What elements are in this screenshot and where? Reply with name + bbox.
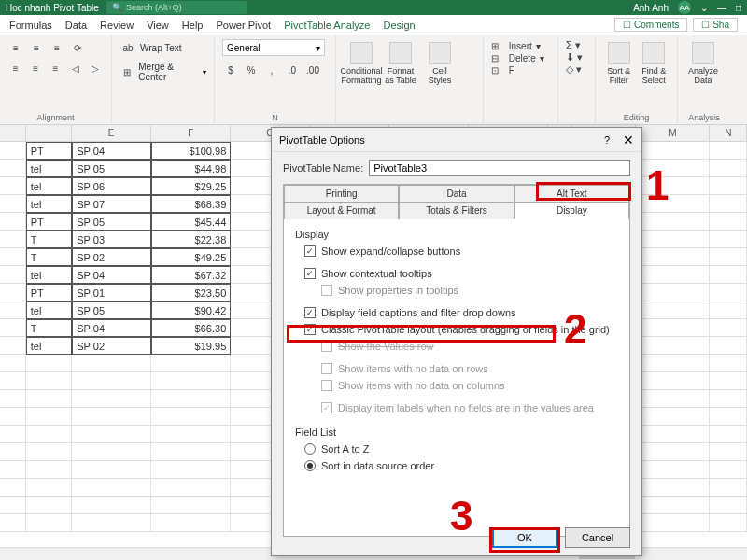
tab-pivottable-analyze[interactable]: PivotTable Analyze bbox=[284, 20, 370, 31]
cell[interactable]: SP 05 bbox=[72, 213, 151, 231]
chk-classic[interactable]: ✓ bbox=[304, 324, 316, 335]
cell[interactable] bbox=[636, 284, 710, 301]
cell[interactable] bbox=[0, 231, 26, 248]
analyze-data-button[interactable]: Analyze Data bbox=[685, 39, 721, 88]
cell[interactable] bbox=[26, 408, 72, 426]
cell[interactable] bbox=[0, 443, 26, 461]
cell[interactable] bbox=[0, 426, 26, 443]
cell[interactable]: SP 02 bbox=[72, 248, 151, 266]
cell[interactable] bbox=[0, 266, 26, 284]
cell[interactable] bbox=[710, 160, 747, 177]
cell[interactable] bbox=[151, 372, 231, 390]
cell[interactable] bbox=[151, 426, 231, 443]
cell[interactable] bbox=[0, 284, 26, 301]
decrease-decimal-icon[interactable]: .00 bbox=[304, 62, 321, 78]
cell[interactable] bbox=[636, 408, 710, 426]
insert-icon[interactable]: ⊞ bbox=[491, 41, 499, 51]
delete-icon[interactable]: ⊟ bbox=[491, 53, 499, 63]
cell[interactable] bbox=[636, 142, 710, 160]
cell[interactable]: $22.38 bbox=[151, 231, 231, 248]
cell[interactable]: tel bbox=[26, 195, 72, 213]
find-select-button[interactable]: Find & Select bbox=[639, 39, 670, 88]
column-header[interactable] bbox=[26, 125, 72, 142]
cell[interactable] bbox=[0, 337, 26, 355]
maximize-icon[interactable]: □ bbox=[736, 3, 741, 13]
cell[interactable] bbox=[710, 248, 747, 266]
cell[interactable] bbox=[710, 479, 747, 497]
indent-inc-icon[interactable]: ▷ bbox=[88, 60, 104, 77]
cell[interactable]: PT bbox=[26, 284, 72, 301]
cell-styles-button[interactable]: Cell Styles bbox=[422, 39, 458, 88]
help-icon[interactable]: ? bbox=[604, 134, 610, 146]
align-top-icon[interactable]: ≡ bbox=[7, 39, 24, 56]
merge-icon[interactable]: ⊞ bbox=[120, 63, 134, 80]
tab-formulas[interactable]: Formulas bbox=[9, 20, 52, 31]
cell[interactable] bbox=[710, 266, 747, 284]
cell[interactable] bbox=[26, 514, 72, 532]
cell[interactable]: $44.98 bbox=[151, 160, 231, 177]
align-bot-icon[interactable]: ≡ bbox=[49, 39, 65, 56]
cell[interactable] bbox=[26, 372, 72, 390]
dtab-totals[interactable]: Totals & Filters bbox=[399, 202, 514, 219]
cell[interactable]: $67.32 bbox=[151, 266, 231, 284]
percent-icon[interactable]: % bbox=[243, 62, 260, 78]
cell[interactable] bbox=[710, 408, 747, 426]
cell[interactable]: SP 01 bbox=[72, 284, 151, 301]
close-icon[interactable]: ✕ bbox=[623, 133, 634, 147]
cell[interactable] bbox=[151, 408, 231, 426]
search-input[interactable]: 🔍 Search (Alt+Q) bbox=[106, 1, 247, 14]
dtab-layout[interactable]: Layout & Format bbox=[284, 202, 399, 219]
cell[interactable] bbox=[636, 479, 710, 497]
cell[interactable] bbox=[0, 142, 26, 160]
chk-captions[interactable]: ✓ bbox=[304, 307, 316, 318]
dtab-printing[interactable]: Printing bbox=[284, 185, 399, 202]
cell[interactable]: tel bbox=[26, 337, 72, 355]
increase-decimal-icon[interactable]: .0 bbox=[284, 62, 301, 78]
cell[interactable]: SP 03 bbox=[72, 231, 151, 248]
cell[interactable] bbox=[151, 390, 231, 408]
cell[interactable]: SP 04 bbox=[72, 142, 151, 160]
wrap-text-icon[interactable]: ab bbox=[120, 39, 136, 56]
cell[interactable] bbox=[0, 319, 26, 337]
cell[interactable] bbox=[0, 177, 26, 195]
cell[interactable] bbox=[0, 355, 26, 372]
minimize-icon[interactable]: — bbox=[717, 3, 726, 13]
cell[interactable] bbox=[151, 443, 231, 461]
indent-dec-icon[interactable]: ◁ bbox=[67, 60, 83, 77]
cell[interactable]: T bbox=[26, 231, 72, 248]
cell[interactable]: $19.95 bbox=[151, 337, 231, 355]
cell[interactable] bbox=[0, 248, 26, 266]
cell[interactable]: $90.42 bbox=[151, 301, 231, 319]
cell[interactable]: SP 05 bbox=[72, 301, 151, 319]
column-header[interactable] bbox=[0, 125, 26, 142]
tab-powerpivot[interactable]: Power Pivot bbox=[216, 20, 271, 31]
cell[interactable]: tel bbox=[26, 177, 72, 195]
cell[interactable]: tel bbox=[26, 266, 72, 284]
cell[interactable] bbox=[636, 443, 710, 461]
cell[interactable] bbox=[0, 213, 26, 231]
align-right-icon[interactable]: ≡ bbox=[48, 60, 63, 77]
dtab-data[interactable]: Data bbox=[399, 185, 514, 202]
cell[interactable]: SP 02 bbox=[72, 337, 151, 355]
radio-sort-az[interactable] bbox=[304, 443, 316, 455]
cell[interactable]: $66.30 bbox=[151, 319, 231, 337]
cell[interactable] bbox=[710, 177, 747, 195]
cell[interactable]: $68.39 bbox=[151, 195, 231, 213]
cell[interactable] bbox=[710, 355, 747, 372]
cell[interactable] bbox=[710, 337, 747, 355]
cell[interactable] bbox=[710, 443, 747, 461]
tab-design[interactable]: Design bbox=[384, 20, 416, 31]
tab-review[interactable]: Review bbox=[100, 20, 134, 31]
align-left-icon[interactable]: ≡ bbox=[7, 60, 23, 77]
cell[interactable]: SP 04 bbox=[72, 266, 151, 284]
cancel-button[interactable]: Cancel bbox=[565, 527, 630, 548]
column-header[interactable]: E bbox=[72, 125, 151, 142]
cell[interactable] bbox=[151, 479, 231, 497]
cell[interactable] bbox=[0, 461, 26, 479]
cell[interactable] bbox=[636, 514, 710, 532]
cell[interactable]: SP 05 bbox=[72, 160, 151, 177]
cell[interactable]: T bbox=[26, 319, 72, 337]
cell[interactable] bbox=[72, 443, 151, 461]
cell[interactable] bbox=[72, 426, 151, 443]
ribbon-mode-icon[interactable]: ⌄ bbox=[700, 3, 708, 13]
